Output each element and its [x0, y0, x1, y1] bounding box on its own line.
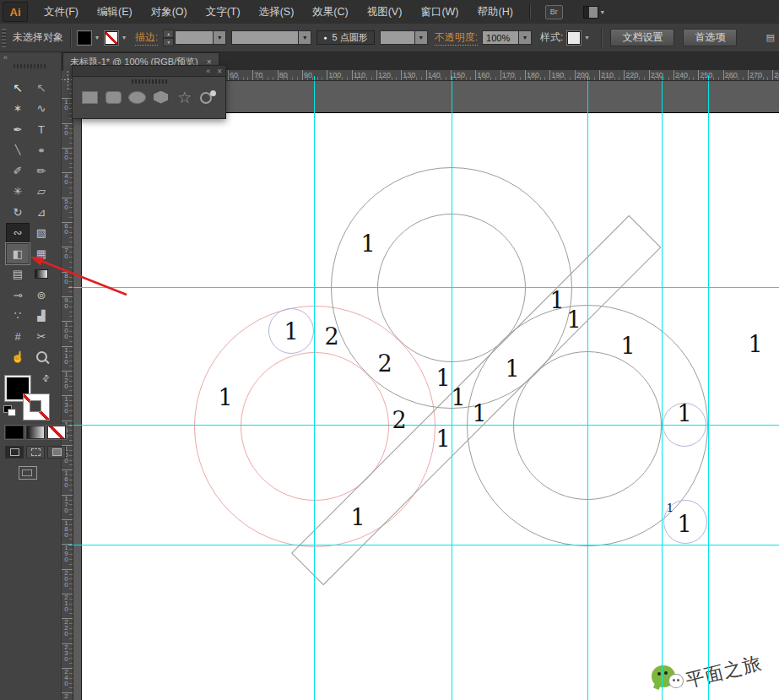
- default-fill-stroke-icon[interactable]: [3, 405, 15, 415]
- region-count-label[interactable]: 1: [435, 426, 450, 452]
- collapse-panel-icon[interactable]: «: [3, 53, 8, 62]
- gradient-tool[interactable]: [30, 264, 53, 285]
- chevron-down-icon[interactable]: ▾: [214, 30, 226, 45]
- region-count-label[interactable]: 1: [350, 504, 365, 530]
- symbol-sprayer-tool[interactable]: ∵: [6, 306, 30, 327]
- eraser-tool[interactable]: ▱: [30, 182, 53, 203]
- stroke-color-swatch[interactable]: [23, 393, 50, 421]
- rectangle-tool[interactable]: [79, 87, 100, 107]
- region-count-label[interactable]: 2: [392, 407, 406, 433]
- column-graph-tool[interactable]: ▟: [30, 306, 53, 327]
- width-profile-dropdown[interactable]: ▾: [231, 30, 311, 45]
- chevron-down-icon[interactable]: ▾: [415, 30, 428, 45]
- tools-panel-grip[interactable]: [14, 64, 47, 68]
- chevron-down-icon[interactable]: ▾: [519, 30, 532, 45]
- workspace-switcher[interactable]: ▾: [583, 6, 604, 19]
- pencil-tool[interactable]: ✏: [30, 160, 53, 182]
- guide-horizontal[interactable]: [73, 545, 779, 545]
- opacity-value[interactable]: 100%: [482, 30, 519, 45]
- draw-inside-button[interactable]: [47, 446, 66, 459]
- menu-window[interactable]: 窗口(W): [411, 0, 468, 24]
- menu-view[interactable]: 视图(V): [358, 0, 412, 24]
- region-count-label[interactable]: 1: [677, 511, 691, 537]
- menu-file[interactable]: 文件(F): [35, 0, 88, 24]
- hand-tool[interactable]: ☝: [6, 347, 30, 368]
- ellipse-tool[interactable]: [127, 87, 147, 107]
- stroke-weight-value[interactable]: [175, 30, 214, 45]
- brush-dropdown[interactable]: ● 5 点圆形: [316, 30, 374, 45]
- guide-horizontal[interactable]: [73, 287, 779, 288]
- selection-tool[interactable]: ↖: [6, 78, 30, 99]
- flare-tool[interactable]: [198, 87, 219, 107]
- line-segment-tool[interactable]: ╲: [6, 140, 30, 161]
- width-profile-value[interactable]: [231, 30, 299, 45]
- pen-tool[interactable]: ✒: [6, 119, 30, 140]
- eyedropper-tool[interactable]: ⊸: [6, 285, 30, 306]
- region-count-label[interactable]: 1: [472, 400, 486, 426]
- region-count-label[interactable]: 1: [748, 331, 762, 357]
- canvas-viewport[interactable]: 1112221111111111111 平面之旅: [73, 80, 779, 700]
- region-count-label[interactable]: 2: [377, 350, 392, 377]
- rounded-rectangle-tool[interactable]: [103, 87, 123, 107]
- region-count-label[interactable]: 1: [549, 287, 564, 313]
- blend-tool[interactable]: ⊚: [30, 285, 53, 306]
- stroke-weight-field[interactable]: ▾: [175, 30, 226, 45]
- guide-vertical[interactable]: [587, 80, 588, 700]
- polygon-tool[interactable]: [151, 87, 171, 107]
- ellipse-tool[interactable]: ●: [30, 140, 53, 161]
- step-up-icon[interactable]: ▲: [163, 30, 174, 38]
- gradient-mode-button[interactable]: [26, 426, 45, 439]
- menu-type[interactable]: 文字(T): [197, 0, 250, 24]
- vertical-ruler[interactable]: 01 02 03 04 05 06 07 08 09 01 0 01 1 01 …: [61, 80, 73, 700]
- style-dropdown[interactable]: ▾: [567, 31, 590, 45]
- lasso-tool[interactable]: ∿: [30, 99, 53, 120]
- star-tool[interactable]: ☆: [175, 87, 195, 107]
- menu-edit[interactable]: 编辑(E): [88, 0, 142, 24]
- draw-behind-button[interactable]: [26, 446, 45, 459]
- region-count-label[interactable]: 2: [324, 323, 338, 350]
- guide-horizontal[interactable]: [73, 425, 779, 426]
- preferences-button[interactable]: 首选项: [683, 29, 737, 46]
- menu-effect[interactable]: 效果(C): [303, 0, 357, 24]
- zoom-tool[interactable]: [30, 347, 53, 368]
- screen-mode-button[interactable]: [19, 466, 37, 480]
- guide-vertical[interactable]: [662, 80, 663, 700]
- rotate-tool[interactable]: ↻: [6, 202, 30, 223]
- region-count-label[interactable]: 1: [218, 384, 232, 410]
- perspective-grid-tool[interactable]: ▦: [30, 243, 53, 264]
- opacity-panel-link[interactable]: 不透明度:: [435, 30, 478, 46]
- magic-wand-tool[interactable]: ✶: [6, 99, 30, 120]
- shape-builder-tool[interactable]: ◧: [6, 243, 30, 264]
- region-count-label[interactable]: 1: [451, 384, 465, 410]
- collapse-panel-icon[interactable]: «: [206, 67, 210, 75]
- tearoff-panel-grip[interactable]: [132, 79, 167, 84]
- brush-definition-dropdown[interactable]: ▾: [380, 30, 428, 45]
- menu-help[interactable]: 帮助(H): [468, 0, 522, 24]
- panel-grip[interactable]: [2, 29, 6, 47]
- region-count-label[interactable]: 1: [360, 231, 375, 257]
- chevron-down-icon[interactable]: ▾: [299, 30, 311, 45]
- artboard-tool[interactable]: #: [6, 326, 30, 347]
- color-mode-button[interactable]: [5, 426, 24, 439]
- menu-select[interactable]: 选择(S): [250, 0, 304, 24]
- guide-vertical[interactable]: [708, 80, 709, 700]
- control-panel-menu-icon[interactable]: ▤: [766, 32, 775, 43]
- slice-tool[interactable]: ✂: [30, 326, 53, 347]
- region-count-label[interactable]: 1: [284, 318, 298, 345]
- region-count-label[interactable]: 1: [566, 307, 581, 333]
- opacity-field[interactable]: 100% ▾: [482, 30, 532, 45]
- close-icon[interactable]: ×: [217, 67, 222, 76]
- region-count-label[interactable]: 1: [620, 333, 635, 359]
- blob-brush-tool[interactable]: ✳: [6, 182, 30, 203]
- paintbrush-tool[interactable]: ✐: [6, 160, 30, 182]
- tearoff-panel-header[interactable]: « ×: [73, 66, 225, 77]
- fill-color-control[interactable]: ▾: [78, 31, 100, 45]
- document-setup-button[interactable]: 文档设置: [610, 29, 674, 46]
- step-down-icon[interactable]: ▼: [163, 38, 174, 46]
- stroke-weight-stepper[interactable]: ▲ ▼: [163, 30, 174, 46]
- bridge-button[interactable]: Br: [545, 5, 563, 19]
- region-count-label[interactable]: 1: [667, 502, 674, 514]
- region-count-label[interactable]: 1: [677, 400, 691, 426]
- mesh-tool[interactable]: ▤: [6, 264, 30, 285]
- brush-definition-value[interactable]: [380, 30, 415, 45]
